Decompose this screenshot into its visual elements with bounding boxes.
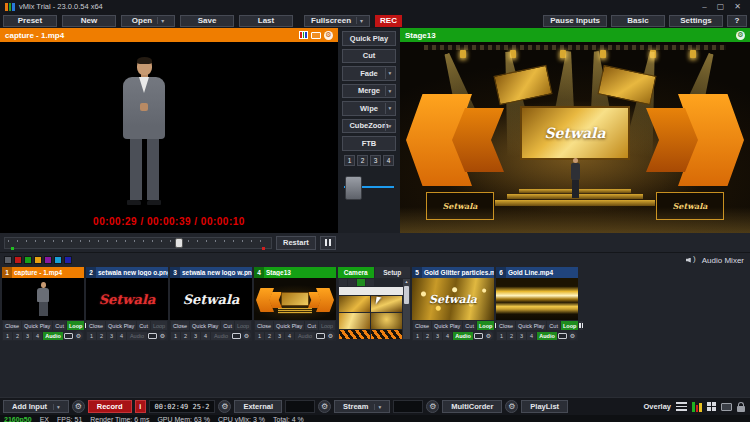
audio-button[interactable]: Audio [453,332,473,340]
overlay-1-button[interactable]: 1 [413,332,422,340]
input-1-header[interactable]: 1 capture - 1.mp4 [2,267,84,278]
gear-icon[interactable]: ⚙ [326,331,335,340]
save-button[interactable]: Save [180,15,234,27]
input-2-thumbnail[interactable]: Setwala [86,278,168,320]
ftb-button[interactable]: FTB [342,136,396,151]
gear-icon[interactable]: ⚙ [74,331,83,340]
quick-play-button[interactable]: Quick Play [274,321,304,330]
fullscreen-monitor-icon[interactable] [148,333,157,339]
input-2-header[interactable]: 2 setwala new logo o.png [86,267,168,278]
settings-button[interactable]: Settings [669,15,723,27]
quick-play-button[interactable]: Quick Play [516,321,546,330]
input-6-thumbnail[interactable] [496,278,578,320]
position-scrubber[interactable] [4,237,272,249]
overlay-2-button[interactable]: 2 [181,332,190,340]
overlay-2-button[interactable]: 2 [13,332,22,340]
external-button[interactable]: External [234,400,282,413]
quick-play-button[interactable]: Quick Play [190,321,220,330]
loop-button[interactable]: Loop [319,321,335,330]
loop-button[interactable]: Loop [151,321,167,330]
close-button[interactable]: Close [413,321,431,330]
basic-button[interactable]: Basic [611,15,665,27]
multicorder-settings-gear-icon[interactable]: ⚙ [426,400,439,413]
input-6-header[interactable]: 6 Gold Line.mp4 [496,267,578,278]
colorbars-icon[interactable] [299,31,308,39]
camera-source-dropdown[interactable]: ▾ [339,287,409,295]
fullscreen-monitor-icon[interactable] [558,333,567,339]
set-view-thumbnail[interactable] [371,313,402,329]
category-red-button[interactable] [14,256,22,264]
external-output-icon[interactable] [721,403,732,411]
overlay-2-button[interactable]: 2 [265,332,274,340]
overlay-4-button[interactable]: 4 [527,332,536,340]
set-view-thumbnail[interactable] [339,296,370,312]
cut-button[interactable]: Cut [221,321,234,330]
add-input-button[interactable]: Add Input▾ [3,400,69,413]
chevron-down-icon[interactable]: ▾ [374,404,381,410]
audio-button[interactable]: Audio [127,332,147,340]
gear-icon[interactable]: ⚙ [568,331,577,340]
fullscreen-button[interactable]: Fullscreen▾ [304,15,370,27]
cubezoom-button[interactable]: CubeZoom▾ [342,119,396,134]
playlist-button[interactable]: PlayList [521,400,568,413]
overlay-3-button[interactable]: 3 [370,155,381,166]
close-button[interactable]: ✕ [734,2,741,11]
category-all-button[interactable] [4,256,12,264]
overlay-3-button[interactable]: 3 [107,332,116,340]
cut-button[interactable]: Cut [547,321,560,330]
overlay-1-button[interactable]: 1 [497,332,506,340]
record-button[interactable]: Record [88,400,132,413]
overlay-3-button[interactable]: 3 [275,332,284,340]
record-settings-gear-icon[interactable]: ⚙ [72,400,85,413]
input-4-thumbnail[interactable] [254,278,336,320]
stream-button[interactable]: Stream▾ [334,400,390,413]
set-view-thumbnail[interactable] [371,330,402,339]
chevron-down-icon[interactable]: ▾ [385,121,394,132]
overlay-1-button[interactable]: 1 [171,332,180,340]
close-button[interactable]: Close [87,321,105,330]
cut-button[interactable]: Cut [342,49,396,64]
chevron-down-icon[interactable]: ▾ [385,86,394,97]
overlay-2-button[interactable]: 2 [357,155,368,166]
chevron-down-icon[interactable]: ▾ [385,103,394,114]
overlay-2-button[interactable]: 2 [423,332,432,340]
scrollbar[interactable]: ▲ [403,279,410,339]
cut-button[interactable]: Cut [137,321,150,330]
category-green-button[interactable] [24,256,32,264]
loop-button[interactable]: Loop [561,321,578,330]
fullscreen-monitor-icon[interactable] [232,333,241,339]
overlay-2-button[interactable]: 2 [97,332,106,340]
category-orange-button[interactable] [34,256,42,264]
monitor-icon[interactable] [311,32,321,39]
tab-camera[interactable]: Camera [338,267,374,278]
audio-levels-icon[interactable] [692,402,702,412]
menu-icon[interactable] [676,402,687,411]
new-button[interactable]: New [62,15,116,27]
overlay-3-button[interactable]: 3 [191,332,200,340]
category-purple-button[interactable] [44,256,52,264]
t-bar-handle[interactable] [345,176,362,200]
merge-button[interactable]: Merge▾ [342,84,396,99]
close-button[interactable]: Close [3,321,21,330]
external-settings-gear-icon[interactable]: ⚙ [218,400,231,413]
record-info-button[interactable]: i [135,400,146,413]
chevron-down-icon[interactable]: ▾ [356,17,363,24]
maximize-button[interactable]: ▢ [717,2,725,11]
cut-button[interactable]: Cut [305,321,318,330]
category-blue-button[interactable] [54,256,62,264]
quick-play-button[interactable]: Quick Play [22,321,52,330]
stream-settings-gear-icon[interactable]: ⚙ [318,400,331,413]
overlay-4-button[interactable]: 4 [201,332,210,340]
audio-button[interactable]: Audio [211,332,231,340]
overlay-4-button[interactable]: 4 [285,332,294,340]
overlay-3-button[interactable]: 3 [517,332,526,340]
scrubber-handle[interactable] [175,238,183,248]
overlay-1-button[interactable]: 1 [255,332,264,340]
last-button[interactable]: Last [239,15,293,27]
input-3-header[interactable]: 3 setwala new logo w.png [170,267,252,278]
quick-play-button[interactable]: Quick Play [432,321,462,330]
loop-button[interactable]: Loop [477,321,494,330]
gear-icon[interactable]: ⚙ [324,31,333,40]
gear-icon[interactable]: ⚙ [736,31,745,40]
category-darkblue-button[interactable] [64,256,72,264]
